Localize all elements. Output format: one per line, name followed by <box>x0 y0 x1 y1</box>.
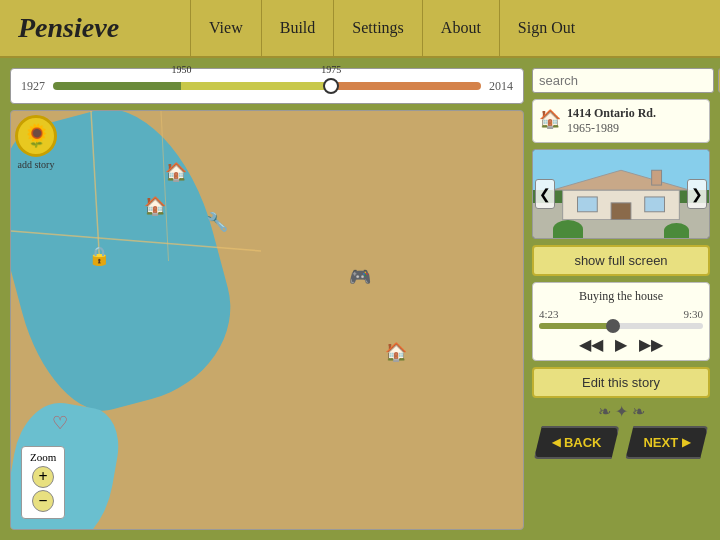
svg-rect-9 <box>577 197 597 212</box>
timeline-label-1950: 1950 <box>171 64 191 75</box>
search-bar: Go! <box>532 68 710 93</box>
search-input[interactable] <box>532 68 714 93</box>
svg-rect-10 <box>645 197 665 212</box>
slider-fill <box>539 323 613 329</box>
next-button[interactable]: NEXT ▶ <box>625 426 708 459</box>
add-story-button[interactable]: 🌻 add story <box>11 111 61 174</box>
play-button[interactable]: ▶ <box>613 335 629 354</box>
location-years: 1965-1989 <box>567 121 656 136</box>
timeline-bar[interactable]: 1927 1950 1975 2014 <box>10 68 524 104</box>
map-icon-home2[interactable]: 🏠 <box>165 161 187 183</box>
location-home-icon: 🏠 <box>539 108 561 130</box>
timeline-start-year: 1927 <box>21 79 45 94</box>
fast-forward-button[interactable]: ▶▶ <box>637 335 665 354</box>
main-content: 1927 1950 1975 2014 <box>0 58 720 540</box>
map-icon-heart[interactable]: ♡ <box>52 412 68 434</box>
svg-rect-12 <box>652 170 662 185</box>
svg-line-3 <box>161 111 171 261</box>
map-icon-home3[interactable]: 🏠 <box>385 341 407 363</box>
add-story-label: add story <box>18 159 55 170</box>
rewind-button[interactable]: ◀◀ <box>577 335 605 354</box>
header: Pensieve View Build Settings About Sign … <box>0 0 720 58</box>
timeline-thumb[interactable] <box>323 78 339 94</box>
map-icon-gamepad[interactable]: 🎮 <box>349 266 371 288</box>
location-info: 🏠 1414 Ontario Rd. 1965-1989 <box>532 99 710 143</box>
svg-line-0 <box>11 231 261 251</box>
timeline-track[interactable]: 1950 1975 <box>53 82 481 90</box>
map-icon-wrench[interactable]: 🔧 <box>206 211 228 233</box>
next-arrow-icon: ▶ <box>682 436 690 449</box>
back-arrow-icon: ◀ <box>552 436 560 449</box>
svg-marker-8 <box>553 170 689 190</box>
back-button[interactable]: ◀ BACK <box>534 426 620 459</box>
photo-prev-button[interactable]: ❮ <box>535 179 555 209</box>
story-slider-section: Buying the house 4:23 9:30 ◀◀ ▶ ▶▶ <box>532 282 710 361</box>
map[interactable]: 🏠 🏠 🔒 ♡ 🔧 🎮 🏠 🌻 <box>10 110 524 530</box>
zoom-label: Zoom <box>30 451 56 463</box>
next-label: NEXT <box>643 435 678 450</box>
story-slider-track[interactable] <box>539 323 703 329</box>
map-icon-lock[interactable]: 🔒 <box>88 245 110 267</box>
app-title: Pensieve <box>0 0 190 56</box>
house-illustration <box>533 165 709 220</box>
timeline-end-year: 2014 <box>489 79 513 94</box>
nav-build[interactable]: Build <box>261 0 334 56</box>
main-nav: View Build Settings About Sign Out <box>190 0 720 56</box>
location-address: 1414 Ontario Rd. <box>567 106 656 121</box>
map-icon-home1[interactable]: 🏠 <box>144 195 166 217</box>
timeline-segment-yellow <box>181 82 331 90</box>
right-panel: Go! 🏠 1414 Ontario Rd. 1965-1989 <box>532 68 710 530</box>
map-container: 1927 1950 1975 2014 <box>10 68 524 530</box>
edit-story-button[interactable]: Edit this story <box>532 367 710 398</box>
nav-signout[interactable]: Sign Out <box>499 0 593 56</box>
nav-settings[interactable]: Settings <box>333 0 422 56</box>
location-text: 1414 Ontario Rd. 1965-1989 <box>567 106 656 136</box>
nav-about[interactable]: About <box>422 0 499 56</box>
back-label: BACK <box>564 435 602 450</box>
timeline-segment-green <box>53 82 181 90</box>
zoom-in-button[interactable]: + <box>32 466 54 488</box>
sunflower-icon: 🌻 <box>15 115 57 157</box>
zoom-control: Zoom + − <box>21 446 65 519</box>
photo-next-button[interactable]: ❯ <box>687 179 707 209</box>
fullscreen-button[interactable]: show full screen <box>532 245 710 276</box>
timeline-label-1975: 1975 <box>321 64 341 75</box>
decorative-divider: ❧ ✦ ❧ <box>532 404 710 420</box>
svg-rect-11 <box>611 203 631 220</box>
slider-times: 4:23 9:30 <box>539 308 703 320</box>
nav-buttons: ◀ BACK NEXT ▶ <box>532 426 710 459</box>
zoom-out-button[interactable]: − <box>32 490 54 512</box>
slider-thumb[interactable] <box>606 319 620 333</box>
slider-time-end: 9:30 <box>683 308 703 320</box>
photo-container: ❮ ❯ <box>532 149 710 239</box>
timeline-segment-orange <box>331 82 481 90</box>
playback-controls: ◀◀ ▶ ▶▶ <box>539 335 703 354</box>
slider-time-start: 4:23 <box>539 308 559 320</box>
nav-view[interactable]: View <box>190 0 261 56</box>
story-title: Buying the house <box>539 289 703 304</box>
